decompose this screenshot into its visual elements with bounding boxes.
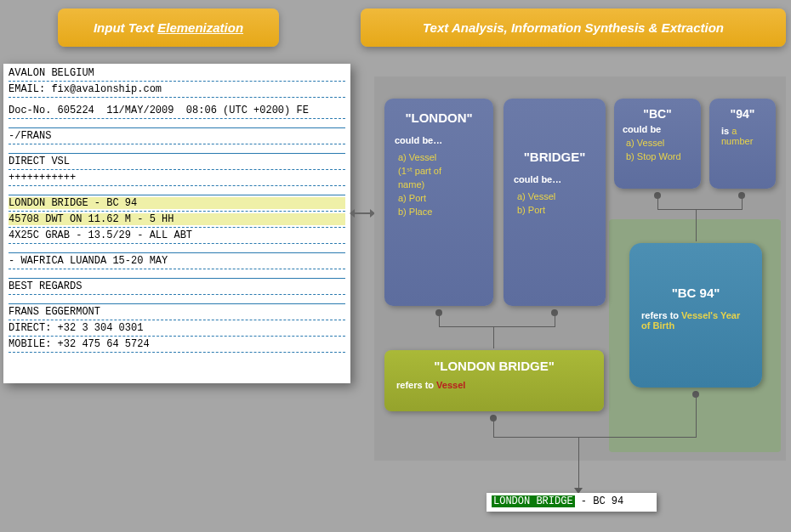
analysis-panel: "LONDON" could be… a) Vessel (1ˢᵗ part o…	[374, 76, 786, 461]
card-bc94: "BC 94" refers to Vessel's Year of Birth	[629, 243, 762, 388]
card-body: refers to Vessel's Year of Birth	[641, 310, 750, 331]
connector	[742, 195, 743, 209]
connector	[493, 418, 494, 437]
line-plus: +++++++++++	[9, 172, 345, 184]
connector	[493, 437, 697, 438]
card-red: Vessel	[436, 380, 465, 390]
card-option: b) Port	[517, 203, 595, 217]
card-option: a) Vessel	[398, 150, 483, 164]
header-right-text: Text Analysis, Information Synthesis & E…	[423, 20, 724, 35]
card-sub: could be…	[395, 135, 483, 145]
input-text-panel: AVALON BELGIUM EMAIL: fix@avalonship.com…	[3, 64, 350, 383]
header-input-elemenization: Input Text Elemenization	[58, 8, 279, 47]
card-title: "LONDON BRIDGE"	[396, 359, 592, 373]
arrow-between-panels-icon	[354, 212, 371, 214]
card-94: "94" is a number	[709, 99, 776, 189]
connector	[657, 195, 658, 209]
connector	[578, 461, 579, 490]
line-regards: BEST REGARDS	[9, 280, 345, 292]
header-left-underlined: Elemenization	[157, 20, 243, 35]
card-body: is a number	[718, 126, 767, 146]
card-title: "BRIDGE"	[514, 150, 595, 164]
line-direct-phone: DIRECT: +32 3 304 0301	[9, 322, 345, 334]
card-title: "94"	[718, 107, 767, 121]
connector	[439, 313, 440, 326]
card-option: (1ˢᵗ part of	[398, 164, 483, 178]
card-title: "BC"	[623, 107, 692, 121]
card-bridge: "BRIDGE" could be… a) Vessel b) Port	[504, 99, 606, 306]
line-frans: -/FRANS	[9, 130, 345, 142]
connector	[493, 326, 494, 348]
card-option: name)	[398, 178, 483, 191]
connector	[696, 394, 697, 437]
card-pre: refers to	[396, 380, 436, 390]
connector	[696, 209, 697, 241]
connector	[439, 326, 555, 327]
card-option: a) Vessel	[517, 190, 595, 203]
card-sub: could be	[623, 124, 692, 134]
header-analysis: Text Analysis, Information Synthesis & E…	[361, 8, 786, 47]
card-london: "LONDON" could be… a) Vessel (1ˢᵗ part o…	[384, 99, 493, 306]
card-option: a) Port	[398, 191, 483, 205]
connector	[555, 313, 555, 326]
line-avalon: AVALON BELGIUM	[9, 67, 345, 79]
line-dwt: 45708 DWT ON 11.62 M - 5 HH	[9, 213, 345, 225]
card-body: refers to Vessel	[396, 380, 592, 390]
card-option: b) Place	[398, 205, 483, 218]
line-name: FRANS EGGERMONT	[9, 306, 345, 318]
line-wafrica: - WAFRICA LUANDA 15-20 MAY	[9, 255, 345, 267]
card-london-bridge: "LONDON BRIDGE" refers to Vessel	[384, 350, 604, 411]
card-option: b) Stop Word	[626, 150, 692, 163]
line-mobile: MOBILE: +32 475 64 5724	[9, 338, 345, 350]
line-london-bridge: LONDON BRIDGE - BC 94	[9, 197, 345, 209]
result-highlight: LONDON BRIDGE	[492, 495, 575, 507]
card-title: "LONDON"	[395, 110, 483, 125]
card-pre: refers to	[641, 310, 681, 320]
line-email: EMAIL: fix@avalonship.com	[9, 83, 345, 95]
result-box: LONDON BRIDGE - BC 94	[487, 493, 657, 512]
line-grab: 4X25C GRAB - 13.5/29 - ALL ABT	[9, 229, 345, 241]
header-left-text: Input Text	[94, 20, 157, 35]
connector	[657, 209, 743, 210]
card-bc: "BC" could be a) Vessel b) Stop Word	[614, 99, 701, 189]
card-sub: could be…	[514, 174, 595, 184]
line-docno: Doc-No. 605224 11/MAY/2009 08:06 (UTC +0…	[9, 105, 345, 116]
card-option: a) Vessel	[626, 136, 692, 150]
card-title: "BC 94"	[641, 286, 750, 300]
card-pre: is	[721, 126, 731, 136]
line-direct-vsl: DIRECT VSL	[9, 156, 345, 167]
result-rest: - BC 94	[575, 495, 624, 507]
